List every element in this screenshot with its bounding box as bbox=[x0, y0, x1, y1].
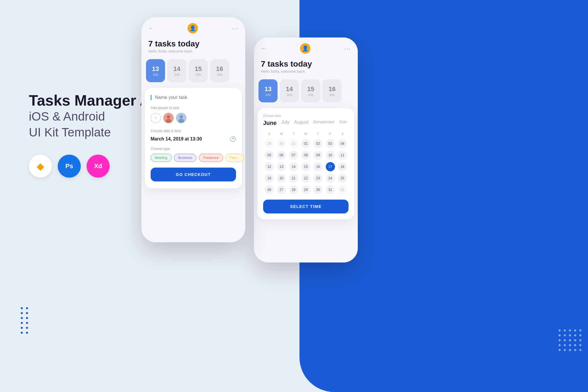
phone2-date-15[interactable]: 15 July bbox=[301, 79, 320, 102]
phone1-date-15[interactable]: 15 July bbox=[189, 59, 208, 82]
select-time-button[interactable]: SELECT TIME bbox=[263, 200, 349, 213]
dots-bottom-right-decoration bbox=[558, 329, 582, 352]
cal-cell-28[interactable]: 28 bbox=[289, 185, 298, 194]
phone2-back-arrow[interactable]: ← bbox=[261, 46, 266, 52]
phone1-header: 7 tasks today Hello Sofia, welcome back. bbox=[141, 36, 245, 59]
phone2-avatar: 👤 bbox=[300, 43, 310, 54]
cal-cell-31-prev[interactable]: 31 bbox=[289, 139, 298, 148]
sketch-icon-circle: ◆ bbox=[29, 155, 52, 178]
add-person-button[interactable]: + bbox=[151, 113, 161, 123]
cal-week-5: 26 27 28 29 30 31 01 bbox=[263, 185, 349, 195]
cal-cell-04[interactable]: 04 bbox=[338, 139, 347, 148]
month-tab-september[interactable]: Semptember bbox=[313, 120, 334, 126]
cal-cell-21[interactable]: 21 bbox=[289, 174, 298, 183]
cal-cell-20[interactable]: 20 bbox=[277, 174, 286, 183]
phone2-menu-dots[interactable]: ··· bbox=[344, 45, 351, 52]
person-avatar-2 bbox=[176, 113, 186, 123]
calendar-grid: S M T W T F S 29 30 31 01 02 bbox=[263, 131, 349, 195]
type-label: Choose type bbox=[151, 147, 236, 151]
cal-cell-16[interactable]: 16 bbox=[313, 162, 323, 171]
phone2-topbar: ← 👤 ··· bbox=[254, 37, 358, 57]
task-name-input[interactable] bbox=[151, 95, 236, 100]
phone1-date-13[interactable]: 13 July bbox=[146, 59, 165, 82]
cal-cell-17-selected[interactable]: 17 bbox=[326, 162, 335, 171]
cal-cell-30-prev[interactable]: 30 bbox=[277, 139, 286, 148]
people-row: + bbox=[151, 113, 236, 123]
phone2-date-13[interactable]: 13 July bbox=[259, 79, 278, 102]
svg-point-1 bbox=[167, 115, 170, 119]
cal-week-3: 12 13 14 15 16 17 18 bbox=[263, 162, 349, 172]
month-tab-august[interactable]: August bbox=[294, 120, 308, 126]
cal-cell-29-prev[interactable]: 29 bbox=[265, 139, 274, 148]
cal-cell-12[interactable]: 12 bbox=[265, 162, 274, 171]
cal-cell-23[interactable]: 23 bbox=[313, 174, 323, 183]
cal-cell-14[interactable]: 14 bbox=[289, 162, 298, 171]
cal-cell-07[interactable]: 07 bbox=[289, 151, 298, 160]
cal-cell-11[interactable]: 11 bbox=[338, 151, 347, 160]
dots-left-decoration bbox=[20, 307, 29, 334]
day-header-t1: T bbox=[288, 131, 300, 137]
month-tab-october[interactable]: Octo bbox=[339, 120, 347, 126]
cal-cell-24[interactable]: 24 bbox=[326, 174, 335, 183]
phone1-menu-dots[interactable]: ··· bbox=[232, 25, 238, 32]
photoshop-icon: Ps bbox=[65, 162, 73, 170]
phone2-date-14[interactable]: 14 July bbox=[280, 79, 299, 102]
cal-cell-10[interactable]: 10 bbox=[326, 151, 335, 160]
cal-week-1: 29 30 31 01 02 03 04 bbox=[263, 138, 349, 149]
cal-cell-18[interactable]: 18 bbox=[338, 162, 347, 171]
cal-cell-26[interactable]: 26 bbox=[265, 185, 274, 194]
phone1-frame: ← 👤 ··· 7 tasks today Hello Sofia, welco… bbox=[141, 17, 245, 242]
phone2-date-15-num: 15 bbox=[307, 85, 314, 93]
chip-meeting[interactable]: Meeting bbox=[151, 154, 172, 162]
cal-cell-05[interactable]: 05 bbox=[265, 151, 274, 160]
date-time-text: March 14, 2019 at 13:30 bbox=[151, 136, 202, 142]
phone2-welcome: Hello Sofia, welcome back. bbox=[261, 69, 351, 74]
subtitle-ui-kit: UI Kit Template bbox=[29, 125, 111, 139]
phone1-back-arrow[interactable]: ← bbox=[148, 25, 153, 31]
phone1-date-14[interactable]: 14 July bbox=[167, 59, 186, 82]
cal-cell-31[interactable]: 31 bbox=[326, 185, 335, 194]
day-header-w: W bbox=[300, 131, 312, 137]
cal-cell-06[interactable]: 06 bbox=[277, 151, 286, 160]
svg-point-4 bbox=[179, 115, 183, 119]
phone2-date-14-month: July bbox=[286, 93, 292, 96]
cal-cell-13[interactable]: 13 bbox=[277, 162, 286, 171]
cal-cell-27[interactable]: 27 bbox=[277, 185, 286, 194]
day-header-t2: T bbox=[312, 131, 324, 137]
cal-week-2: 05 06 07 08 09 10 11 bbox=[263, 150, 349, 160]
cal-cell-09[interactable]: 09 bbox=[313, 151, 323, 160]
cal-cell-08[interactable]: 08 bbox=[301, 151, 310, 160]
cal-cell-02[interactable]: 02 bbox=[313, 139, 323, 148]
phone1-date-16[interactable]: 16 July bbox=[210, 59, 229, 82]
phone2-date-strip: 13 July 14 July 15 July 16 July bbox=[254, 79, 358, 108]
go-checkout-button[interactable]: GO CHECKOUT bbox=[151, 168, 236, 181]
day-header-m: M bbox=[275, 131, 287, 137]
xd-icon-circle: Xd bbox=[87, 155, 110, 178]
chip-business[interactable]: Business bbox=[174, 154, 197, 162]
day-header-s2: S bbox=[336, 131, 349, 137]
phone1-topbar: ← 👤 ··· bbox=[141, 17, 245, 36]
cal-cell-25[interactable]: 25 bbox=[338, 174, 347, 183]
cal-cell-29[interactable]: 29 bbox=[301, 185, 310, 194]
cal-cell-01[interactable]: 01 bbox=[301, 139, 310, 148]
phone2-date-16-num: 16 bbox=[329, 85, 336, 93]
chip-freelance[interactable]: Freelance bbox=[199, 154, 223, 162]
chip-family[interactable]: Fam... bbox=[225, 154, 244, 162]
phone1-date-14-num: 14 bbox=[173, 65, 180, 73]
xd-icon: Xd bbox=[94, 162, 102, 170]
cal-cell-01-next[interactable]: 01 bbox=[338, 185, 347, 194]
day-header-s1: S bbox=[263, 131, 275, 137]
phone2-date-16-month: July bbox=[329, 93, 335, 96]
date-time-value: March 14, 2019 at 13:30 🕐 bbox=[151, 136, 236, 142]
month-tab-june[interactable]: June bbox=[263, 120, 277, 126]
cal-cell-15[interactable]: 15 bbox=[301, 162, 310, 171]
month-tab-july[interactable]: July bbox=[281, 120, 289, 126]
phone2-container: ← 👤 ··· 7 tasks today Hello Sofia, welco… bbox=[254, 37, 358, 262]
choose-date-label: Choose date bbox=[263, 114, 349, 117]
phone1-welcome: Hello Sofia, welcome back. bbox=[148, 49, 238, 53]
cal-cell-30[interactable]: 30 bbox=[313, 185, 323, 194]
phone2-date-16[interactable]: 16 July bbox=[323, 79, 342, 102]
cal-cell-03[interactable]: 03 bbox=[326, 139, 335, 148]
cal-cell-22[interactable]: 22 bbox=[301, 174, 310, 183]
cal-cell-19[interactable]: 19 bbox=[265, 174, 274, 183]
